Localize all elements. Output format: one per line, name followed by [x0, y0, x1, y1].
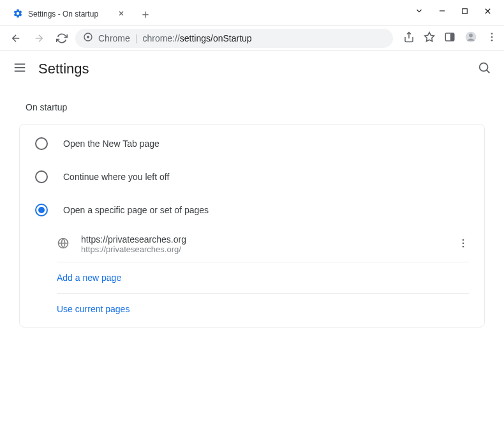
radio-option-specific[interactable]: Open a specific page or set of pages [20, 193, 484, 227]
radio-option-continue[interactable]: Continue where you left off [20, 160, 484, 193]
svg-marker-3 [425, 32, 434, 41]
svg-rect-5 [450, 33, 454, 41]
menu-icon[interactable] [13, 61, 27, 77]
back-button[interactable] [6, 29, 26, 48]
svg-point-10 [491, 39, 493, 41]
radio-label: Open a specific page or set of pages [63, 205, 209, 215]
startup-page-row: https://privatesearches.org https://priv… [57, 227, 484, 262]
window-controls [415, 0, 504, 25]
window-titlebar: Settings - On startup [0, 0, 504, 26]
kebab-menu-icon[interactable] [486, 31, 498, 45]
page-entry-title: https://privatesearches.org [81, 234, 446, 245]
settings-header: Settings [0, 51, 504, 87]
use-current-link[interactable]: Use current pages [57, 294, 484, 324]
globe-icon [57, 237, 70, 252]
omnibox-prefix: Chrome [98, 33, 130, 43]
browser-tab[interactable]: Settings - On startup [5, 3, 133, 25]
svg-point-7 [469, 33, 473, 37]
chrome-icon [83, 32, 93, 44]
forward-button[interactable] [29, 29, 48, 48]
address-bar[interactable]: Chrome | chrome://settings/onStartup [75, 29, 393, 48]
reload-button[interactable] [52, 29, 71, 48]
minimize-icon[interactable] [438, 6, 447, 18]
svg-point-14 [463, 242, 464, 244]
add-page-link[interactable]: Add a new page [57, 262, 484, 293]
settings-content: On startup Open the New Tab page Continu… [0, 87, 504, 343]
radio-icon-selected [35, 204, 48, 216]
sidepanel-icon[interactable] [444, 31, 456, 45]
new-tab-button[interactable] [138, 7, 153, 25]
close-window-icon[interactable] [483, 6, 493, 19]
browser-toolbar: Chrome | chrome://settings/onStartup [0, 26, 504, 51]
close-tab-icon[interactable] [117, 10, 125, 19]
svg-point-13 [463, 239, 464, 241]
radio-icon [35, 170, 48, 183]
startup-card: Open the New Tab page Continue where you… [19, 124, 485, 327]
gear-icon [13, 8, 23, 20]
svg-rect-0 [463, 9, 468, 14]
profile-avatar-icon[interactable] [464, 31, 477, 46]
more-actions-icon[interactable] [457, 237, 469, 252]
maximize-icon[interactable] [461, 6, 469, 18]
chevron-down-icon[interactable] [415, 6, 424, 18]
svg-point-8 [491, 33, 493, 34]
tab-title: Settings - On startup [28, 10, 112, 19]
bookmark-star-icon[interactable] [424, 31, 435, 45]
svg-point-9 [491, 36, 493, 38]
omnibox-url: chrome://settings/onStartup [142, 33, 251, 43]
section-title: On startup [19, 102, 485, 112]
search-icon[interactable] [477, 61, 491, 77]
share-icon[interactable] [403, 31, 415, 45]
svg-point-11 [480, 63, 488, 72]
radio-label: Continue where you left off [63, 172, 169, 182]
svg-point-2 [87, 36, 89, 38]
page-title: Settings [38, 61, 89, 77]
page-entry-url: https://privatesearches.org/ [81, 245, 446, 254]
radio-icon [35, 137, 48, 150]
radio-option-newtab[interactable]: Open the New Tab page [20, 127, 484, 160]
radio-label: Open the New Tab page [63, 139, 159, 149]
svg-point-15 [463, 245, 464, 247]
